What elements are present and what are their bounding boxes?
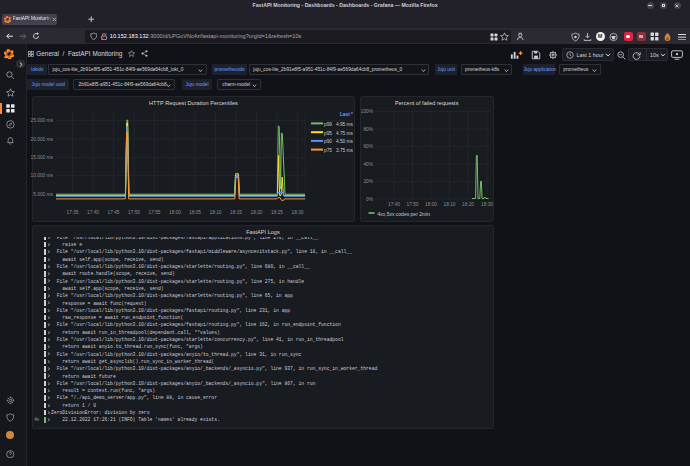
svg-text:18:05: 18:05	[189, 210, 201, 215]
svg-text:100%: 100%	[361, 109, 374, 114]
svg-text:p99: p99	[324, 122, 332, 127]
svg-text:18:30: 18:30	[291, 210, 303, 215]
svg-text:18:00: 18:00	[424, 202, 436, 207]
svg-text:10.000 ms: 10.000 ms	[31, 173, 54, 178]
svg-text:Last *: Last *	[340, 112, 353, 117]
svg-text:15.000 ms: 15.000 ms	[31, 155, 54, 160]
svg-text:20.000 ms: 20.000 ms	[31, 137, 54, 142]
svg-text:40%: 40%	[363, 162, 373, 167]
svg-text:18:20: 18:20	[461, 202, 473, 207]
svg-text:4.50 ms: 4.50 ms	[336, 139, 354, 144]
svg-text:p90: p90	[324, 139, 332, 144]
svg-text:17:40: 17:40	[387, 202, 399, 207]
svg-text:4xx,5xx codes per 2min: 4xx,5xx codes per 2min	[377, 211, 430, 217]
svg-text:18:30: 18:30	[480, 202, 492, 207]
svg-text:3.75 ms: 3.75 ms	[336, 148, 354, 153]
svg-text:18:10: 18:10	[209, 210, 221, 215]
svg-text:p95: p95	[324, 131, 332, 136]
svg-text:17:55: 17:55	[148, 210, 160, 215]
svg-text:18:00: 18:00	[169, 210, 181, 215]
svg-text:4.95 ms: 4.95 ms	[336, 122, 354, 127]
svg-text:17:50: 17:50	[128, 210, 140, 215]
svg-text:17:45: 17:45	[107, 210, 119, 215]
svg-text:17:50: 17:50	[406, 202, 418, 207]
svg-text:p75: p75	[324, 148, 332, 153]
svg-text:80%: 80%	[363, 127, 373, 132]
svg-text:18:10: 18:10	[443, 202, 455, 207]
svg-text:20%: 20%	[363, 179, 373, 184]
svg-text:5.000 ms: 5.000 ms	[33, 192, 53, 197]
svg-text:18:15: 18:15	[230, 210, 242, 215]
svg-text:17:40: 17:40	[87, 210, 99, 215]
svg-text:4.75 ms: 4.75 ms	[336, 131, 354, 136]
svg-text:25.000 ms: 25.000 ms	[31, 118, 54, 123]
svg-text:18:20: 18:20	[250, 210, 262, 215]
svg-text:17:35: 17:35	[66, 210, 78, 215]
svg-text:0%: 0%	[366, 197, 374, 202]
svg-text:60%: 60%	[363, 144, 373, 149]
svg-text:18:25: 18:25	[271, 210, 283, 215]
